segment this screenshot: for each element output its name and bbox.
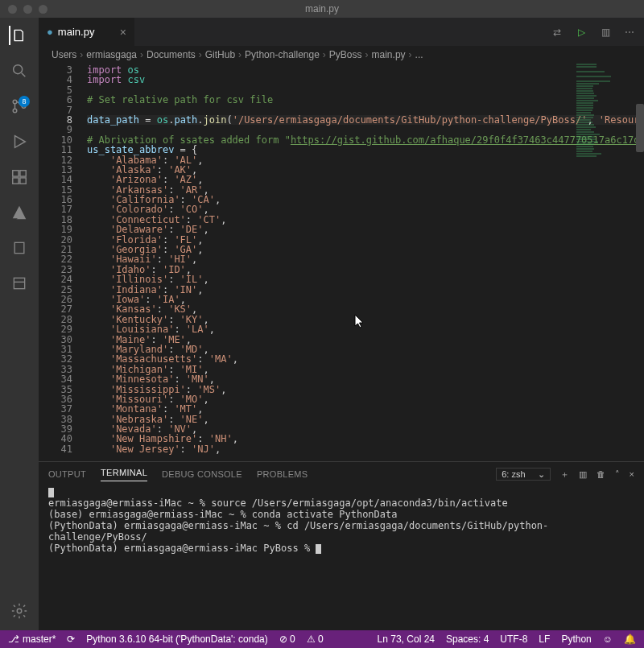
window-controls bbox=[0, 5, 47, 14]
git-branch[interactable]: ⎇ master* bbox=[8, 634, 56, 645]
svg-point-0 bbox=[14, 65, 23, 74]
encoding[interactable]: UTF-8 bbox=[500, 634, 527, 645]
breadcrumb-segment[interactable]: Python-challenge bbox=[245, 49, 320, 60]
source-control-icon[interactable]: 8 bbox=[10, 97, 29, 116]
cursor-position[interactable]: Ln 73, Col 24 bbox=[378, 634, 435, 645]
svg-rect-4 bbox=[13, 171, 19, 176]
terminal-selector[interactable]: 6: zsh ⌄ bbox=[496, 468, 550, 481]
breadcrumb-segment[interactable]: ... bbox=[415, 49, 423, 60]
editor-scrollbar[interactable] bbox=[633, 64, 644, 461]
indentation[interactable]: Spaces: 4 bbox=[446, 634, 489, 645]
terminal-selector-label: 6: zsh bbox=[502, 469, 525, 479]
problems-errors[interactable]: ⊘ 0 bbox=[279, 634, 295, 645]
chevron-right-icon: › bbox=[323, 49, 326, 60]
window-title: main.py bbox=[305, 3, 339, 14]
chevron-right-icon: › bbox=[140, 49, 143, 60]
activity-bar: 8 bbox=[0, 18, 39, 630]
svg-rect-7 bbox=[20, 178, 26, 184]
chevron-right-icon: › bbox=[365, 49, 369, 60]
maximize-panel-icon[interactable]: ˄ bbox=[615, 469, 620, 480]
panel-tab-problems[interactable]: PROBLEMS bbox=[257, 469, 308, 479]
editor-tabs: ● main.py × ⇄ ▷ ▥ ⋯ bbox=[39, 18, 644, 46]
breadcrumb-segment[interactable]: PyBoss bbox=[329, 49, 362, 60]
breadcrumb-segment[interactable]: ermiasgaga bbox=[86, 49, 137, 60]
azure-icon[interactable] bbox=[10, 203, 29, 222]
panel-tab-debug-console[interactable]: DEBUG CONSOLE bbox=[162, 469, 242, 479]
code-content[interactable]: import osimport csv# Set relative path f… bbox=[87, 64, 644, 461]
python-interpreter[interactable]: Python 3.6.10 64-bit ('PythonData': cond… bbox=[86, 634, 267, 645]
svg-rect-5 bbox=[20, 171, 26, 176]
svg-rect-8 bbox=[14, 242, 24, 253]
problems-warnings[interactable]: ⚠ 0 bbox=[307, 634, 324, 645]
chevron-right-icon: › bbox=[199, 49, 202, 60]
panel-tabs: OUTPUTTERMINALDEBUG CONSOLEPROBLEMS 6: z… bbox=[39, 462, 644, 486]
run-file-icon[interactable]: ▷ bbox=[575, 26, 588, 39]
split-terminal-icon[interactable]: ▥ bbox=[579, 469, 587, 480]
bookmark-icon[interactable] bbox=[10, 238, 29, 258]
close-window-button[interactable] bbox=[8, 5, 17, 14]
zoom-window-button[interactable] bbox=[39, 5, 47, 14]
terminal-line: ermiasgaga@ermiass-iMac ~ % source /User… bbox=[48, 497, 508, 509]
svg-point-10 bbox=[17, 609, 22, 613]
code-line[interactable]: import csv bbox=[87, 75, 644, 85]
chevron-right-icon: › bbox=[80, 49, 83, 60]
svg-rect-9 bbox=[14, 278, 24, 288]
sync-icon[interactable]: ⟳ bbox=[67, 634, 75, 645]
panel-tab-output[interactable]: OUTPUT bbox=[48, 469, 86, 479]
breadcrumb-segment[interactable]: GitHub bbox=[205, 49, 235, 60]
language-mode[interactable]: Python bbox=[561, 634, 591, 645]
notifications-icon[interactable]: 🔔 bbox=[624, 634, 636, 645]
new-terminal-icon[interactable]: ＋ bbox=[560, 468, 569, 481]
compare-changes-icon[interactable]: ⇄ bbox=[551, 26, 564, 39]
close-panel-icon[interactable]: × bbox=[630, 469, 634, 479]
breadcrumb-segment[interactable]: Documents bbox=[147, 49, 196, 60]
terminal-line: (PythonData) ermiasgaga@ermiass-iMac PyB… bbox=[48, 543, 316, 554]
code-line[interactable]: import os bbox=[87, 65, 644, 75]
layout-icon[interactable] bbox=[10, 274, 29, 293]
terminal-line: (base) ermiasgaga@ermiass-iMac ~ % conda… bbox=[48, 509, 397, 520]
breadcrumb-segment[interactable]: Users bbox=[52, 49, 76, 60]
svg-rect-6 bbox=[13, 178, 19, 184]
titlebar: main.py bbox=[0, 0, 644, 18]
scm-badge: 8 bbox=[19, 96, 30, 107]
code-line[interactable]: 'New Jersey': 'NJ', bbox=[87, 444, 644, 454]
code-line[interactable]: data_path = os.path.join('/Users/ermiasg… bbox=[87, 115, 644, 125]
feedback-icon[interactable]: ☺ bbox=[603, 634, 613, 645]
minimap[interactable] bbox=[576, 64, 633, 461]
settings-gear-icon[interactable] bbox=[10, 601, 29, 621]
chevron-right-icon: › bbox=[409, 49, 412, 60]
minimize-window-button[interactable] bbox=[23, 5, 32, 14]
chevron-right-icon: › bbox=[238, 49, 242, 60]
bottom-panel: OUTPUTTERMINALDEBUG CONSOLEPROBLEMS 6: z… bbox=[39, 461, 644, 630]
kill-terminal-icon[interactable]: 🗑 bbox=[597, 469, 605, 479]
python-file-icon: ● bbox=[47, 26, 53, 38]
panel-tab-terminal[interactable]: TERMINAL bbox=[101, 468, 147, 481]
tab-filename: main.py bbox=[58, 26, 95, 38]
run-debug-icon[interactable] bbox=[10, 132, 29, 151]
svg-point-2 bbox=[13, 109, 17, 113]
terminal-body[interactable]: ermiasgaga@ermiass-iMac ~ % source /User… bbox=[39, 486, 644, 630]
line-number-gutter: 3456789101112131415161718192021222324252… bbox=[39, 64, 87, 461]
close-icon[interactable]: × bbox=[120, 26, 126, 39]
chevron-down-icon: ⌄ bbox=[538, 469, 545, 480]
eol[interactable]: LF bbox=[539, 634, 550, 645]
split-editor-icon[interactable]: ▥ bbox=[599, 26, 612, 39]
search-icon[interactable] bbox=[10, 61, 29, 80]
code-line[interactable]: # Set relative path for csv file bbox=[87, 95, 644, 105]
svg-point-1 bbox=[13, 100, 17, 104]
more-actions-icon[interactable]: ⋯ bbox=[623, 26, 636, 39]
extensions-icon[interactable] bbox=[10, 167, 29, 187]
breadcrumb[interactable]: Users›ermiasgaga›Documents›GitHub›Python… bbox=[39, 46, 644, 64]
terminal-line: (PythonData) ermiasgaga@ermiass-iMac ~ %… bbox=[48, 520, 548, 543]
explorer-icon[interactable] bbox=[9, 26, 28, 45]
status-bar: ⎇ master* ⟳ Python 3.6.10 64-bit ('Pytho… bbox=[0, 630, 644, 648]
code-editor[interactable]: 3456789101112131415161718192021222324252… bbox=[39, 64, 644, 461]
tab-main-py[interactable]: ● main.py × bbox=[39, 18, 135, 46]
breadcrumb-segment[interactable]: main.py bbox=[372, 49, 406, 60]
